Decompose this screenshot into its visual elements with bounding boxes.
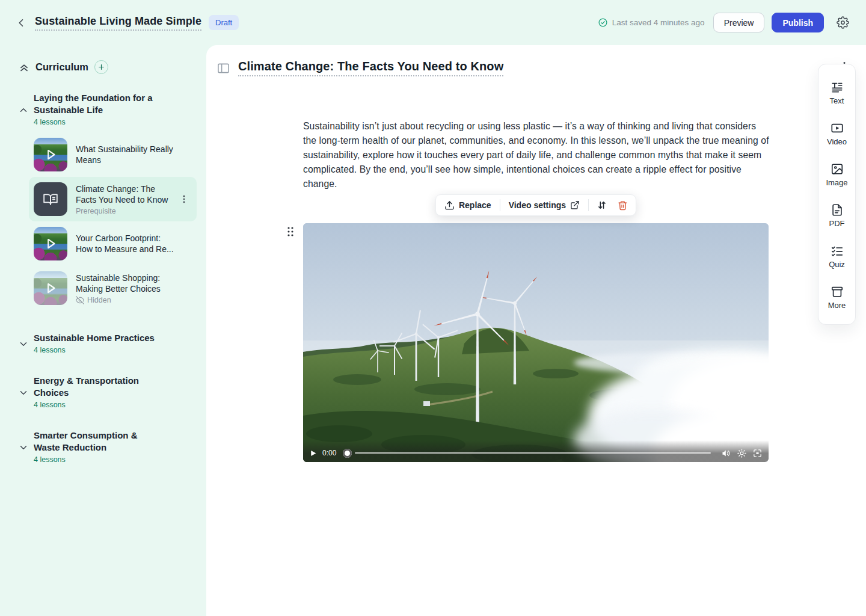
block-label: Text <box>830 96 844 105</box>
block-label: More <box>828 301 846 310</box>
course-builder-app: Sustainable Living Made Simple Draft Las… <box>0 0 866 616</box>
lesson-item-sustainable-shopping[interactable]: Sustainable Shopping: Making Better Choi… <box>29 266 197 310</box>
lesson-badge-hidden: Hidden <box>76 296 174 304</box>
insert-text-button[interactable]: Text <box>818 72 855 113</box>
publish-button[interactable]: Publish <box>772 13 824 32</box>
course-title[interactable]: Sustainable Living Made Simple <box>35 15 201 31</box>
block-drag-handle[interactable] <box>286 226 295 237</box>
chevron-down-icon[interactable] <box>18 442 29 453</box>
lesson-menu-button[interactable] <box>179 194 189 205</box>
section-title: Smarter Consumption & Waste Reduction <box>34 430 162 454</box>
lesson-text: Climate Change: The Facts You Need to Kn… <box>76 183 174 215</box>
top-header: Sustainable Living Made Simple Draft Las… <box>0 0 866 45</box>
player-settings-icon[interactable] <box>737 448 747 458</box>
block-label: Image <box>826 178 847 187</box>
insert-pdf-button[interactable]: PDF <box>818 195 855 236</box>
play-overlay-icon <box>34 227 67 260</box>
block-label: PDF <box>829 219 845 228</box>
text-block-icon <box>831 81 844 94</box>
lesson-header: Climate Change: The Facts You Need to Kn… <box>218 60 503 76</box>
insert-quiz-button[interactable]: Quiz <box>818 236 855 277</box>
lesson-item-carbon-footprint[interactable]: Your Carbon Footprint: How to Measure an… <box>29 221 197 266</box>
lesson-editor-panel: Climate Change: The Facts You Need to Kn… <box>206 45 866 616</box>
section-body: Laying the Foundation for a Sustainable … <box>34 92 162 126</box>
trash-icon <box>618 200 628 211</box>
add-section-button[interactable] <box>94 60 108 74</box>
kebab-menu-icon <box>179 194 189 205</box>
move-block-button[interactable] <box>595 198 609 212</box>
lesson-text: Sustainable Shopping: Making Better Choi… <box>76 273 174 304</box>
lesson-text: Your Carbon Footprint: How to Measure an… <box>76 233 174 254</box>
lesson-title: Your Carbon Footprint: How to Measure an… <box>76 233 174 254</box>
lesson-list: What Sustainability Really Means Climate… <box>10 132 197 310</box>
curriculum-heading: Curriculum <box>35 61 88 73</box>
more-block-icon <box>831 285 844 298</box>
insert-more-button[interactable]: More <box>818 277 855 318</box>
play-overlay-icon <box>34 138 67 171</box>
insert-block-toolbar: Text Video Image PDF Quiz More <box>818 64 856 325</box>
video-player[interactable]: 0:00 <box>303 223 769 462</box>
volume-icon[interactable] <box>721 448 731 458</box>
lesson-reading-thumbnail <box>34 182 67 216</box>
video-settings-label: Video settings <box>509 200 566 210</box>
section-body: Smarter Consumption & Waste Reduction 4 … <box>34 430 162 464</box>
section-energy-transportation[interactable]: Energy & Transportation Choices 4 lesson… <box>10 375 197 409</box>
double-chevron-up-icon <box>18 61 30 73</box>
fullscreen-icon[interactable] <box>752 448 763 458</box>
hidden-label: Hidden <box>87 296 111 304</box>
insert-video-button[interactable]: Video <box>818 113 855 154</box>
replace-label: Replace <box>459 200 491 210</box>
lesson-item-climate-change[interactable]: Climate Change: The Facts You Need to Kn… <box>29 177 197 221</box>
play-button[interactable] <box>309 449 317 457</box>
lesson-page-title[interactable]: Climate Change: The Facts You Need to Kn… <box>238 60 503 76</box>
delete-block-button[interactable] <box>615 198 630 212</box>
quiz-block-icon <box>831 244 844 257</box>
section-home-practices[interactable]: Sustainable Home Practices 4 lessons <box>10 332 197 354</box>
upload-icon <box>444 200 455 211</box>
section-body: Energy & Transportation Choices 4 lesson… <box>34 375 162 409</box>
eye-off-icon <box>76 296 84 304</box>
video-controls-inner: 0:00 <box>303 446 769 462</box>
book-open-icon <box>43 191 58 207</box>
lesson-count: 4 lessons <box>34 118 162 126</box>
save-status-text: Last saved 4 minutes ago <box>612 18 705 27</box>
toggle-sidebar-icon[interactable] <box>218 63 229 73</box>
section-smarter-consumption[interactable]: Smarter Consumption & Waste Reduction 4 … <box>10 430 197 464</box>
plus-icon <box>97 63 105 71</box>
video-preview-image <box>303 223 769 462</box>
chevron-up-icon[interactable] <box>18 105 29 116</box>
insert-image-button[interactable]: Image <box>818 154 855 195</box>
lesson-intro-paragraph[interactable]: Sustainability isn’t just about recyclin… <box>303 119 770 191</box>
status-badge: Draft <box>209 15 239 30</box>
replace-video-button[interactable]: Replace <box>442 200 494 211</box>
image-block-icon <box>831 162 844 176</box>
lesson-video-thumbnail <box>34 227 67 260</box>
lesson-title: Sustainable Shopping: Making Better Choi… <box>76 273 174 294</box>
settings-button[interactable] <box>834 14 852 32</box>
block-label: Video <box>827 137 847 146</box>
lesson-count: 4 lessons <box>34 455 162 464</box>
scrubber-handle[interactable] <box>343 449 352 458</box>
curriculum-header: Curriculum <box>10 60 197 74</box>
back-button[interactable] <box>13 14 30 31</box>
lesson-title: What Sustainability Really Means <box>76 144 174 165</box>
collapse-all-button[interactable] <box>18 61 30 73</box>
chevron-down-icon[interactable] <box>18 387 29 398</box>
lesson-video-thumbnail <box>34 138 67 171</box>
lesson-video-thumbnail-hidden <box>34 271 67 305</box>
preview-button[interactable]: Preview <box>713 13 765 32</box>
video-controls-bar: 0:00 <box>303 440 769 462</box>
lesson-title: Climate Change: The Facts You Need to Kn… <box>76 183 174 205</box>
video-settings-button[interactable]: Video settings <box>506 200 582 210</box>
chevron-down-icon[interactable] <box>18 339 29 350</box>
lesson-text: What Sustainability Really Means <box>76 144 174 165</box>
current-time: 0:00 <box>322 449 336 457</box>
video-block-icon <box>831 122 844 135</box>
toolbar-divider <box>500 199 500 211</box>
progress-track[interactable] <box>355 452 711 454</box>
check-circle-icon <box>598 17 608 28</box>
external-link-icon <box>570 200 580 210</box>
section-laying-the-foundation[interactable]: Laying the Foundation for a Sustainable … <box>10 92 197 126</box>
lesson-item-what-sustainability[interactable]: What Sustainability Really Means <box>29 132 197 177</box>
section-body: Sustainable Home Practices 4 lessons <box>34 332 155 354</box>
